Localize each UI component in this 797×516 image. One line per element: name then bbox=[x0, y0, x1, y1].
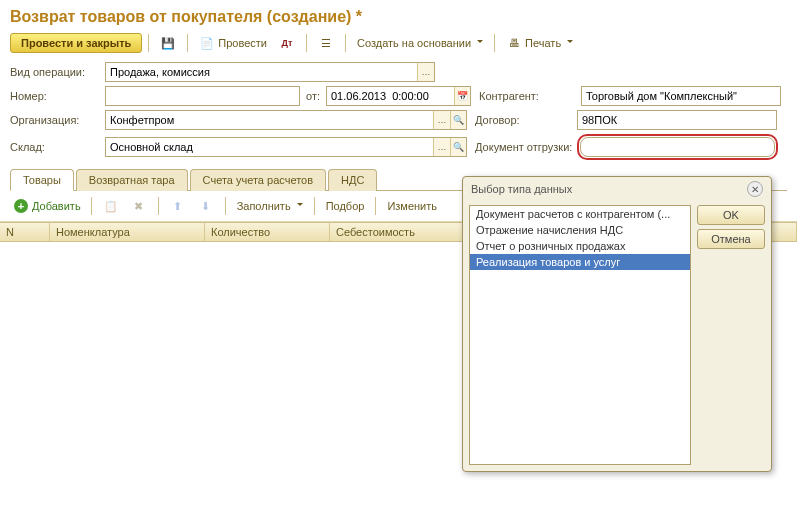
main-toolbar: Провести и закрыть 💾 📄Провести Дт ☰ Созд… bbox=[0, 32, 797, 62]
counterparty-input[interactable] bbox=[582, 87, 780, 105]
fill-label: Заполнить bbox=[237, 200, 291, 212]
warehouse-input[interactable] bbox=[106, 138, 433, 156]
warehouse-label: Склад: bbox=[10, 141, 105, 153]
shipment-doc-highlight bbox=[577, 134, 778, 160]
col-nomenclature[interactable]: Номенклатура bbox=[50, 223, 205, 241]
contract-field[interactable] bbox=[577, 110, 777, 130]
dialog-item-1[interactable]: Отражение начисления НДС bbox=[470, 222, 690, 238]
op-type-field[interactable]: … bbox=[105, 62, 435, 82]
calendar-button[interactable]: 📅 bbox=[454, 87, 470, 105]
number-field[interactable] bbox=[105, 86, 300, 106]
printer-icon: 🖶 bbox=[506, 35, 522, 51]
copy-button[interactable]: 📋 bbox=[98, 195, 124, 217]
separator bbox=[187, 34, 188, 52]
separator bbox=[306, 34, 307, 52]
change-label: Изменить bbox=[387, 200, 437, 212]
org-input[interactable] bbox=[106, 111, 433, 129]
page-title: Возврат товаров от покупателя (создание)… bbox=[0, 0, 797, 32]
change-button[interactable]: Изменить bbox=[382, 197, 442, 215]
dialog-item-3[interactable]: Реализация товаров и услуг bbox=[470, 254, 690, 270]
submit-label: Провести bbox=[218, 37, 267, 49]
submit-button[interactable]: 📄Провести bbox=[194, 32, 272, 54]
separator bbox=[148, 34, 149, 52]
shipment-doc-field[interactable] bbox=[580, 137, 775, 157]
date-field[interactable]: 📅 bbox=[326, 86, 471, 106]
submit-icon: 📄 bbox=[199, 35, 215, 51]
copy-icon: 📋 bbox=[103, 198, 119, 214]
separator bbox=[314, 197, 315, 215]
delete-button[interactable]: ✖ bbox=[126, 195, 152, 217]
separator bbox=[494, 34, 495, 52]
arrow-up-icon: ⬆ bbox=[170, 198, 186, 214]
separator bbox=[158, 197, 159, 215]
lookup-button[interactable]: 🔍 bbox=[450, 138, 466, 156]
dialog-close-button[interactable]: ✕ bbox=[747, 181, 763, 197]
ellipsis-button[interactable]: … bbox=[417, 63, 434, 81]
shipment-doc-label: Документ отгрузки: bbox=[467, 141, 577, 153]
form-area: Вид операции: … Номер: от: 📅 Контрагент:… bbox=[0, 62, 797, 160]
lookup-button[interactable]: 🔍 bbox=[450, 111, 466, 129]
tab-accounts[interactable]: Счета учета расчетов bbox=[190, 169, 326, 191]
create-based-label: Создать на основании bbox=[357, 37, 471, 49]
from-label: от: bbox=[306, 90, 320, 102]
warehouse-field[interactable]: … 🔍 bbox=[105, 137, 467, 157]
ellipsis-button[interactable]: … bbox=[433, 138, 449, 156]
tree-icon: ☰ bbox=[318, 35, 334, 51]
op-type-label: Вид операции: bbox=[10, 66, 105, 78]
col-n[interactable]: N bbox=[0, 223, 50, 241]
close-icon: ✕ bbox=[751, 184, 759, 195]
op-type-input[interactable] bbox=[106, 63, 417, 81]
number-label: Номер: bbox=[10, 90, 105, 102]
contract-input[interactable] bbox=[578, 111, 776, 129]
separator bbox=[375, 197, 376, 215]
dt-kt-button[interactable]: Дт bbox=[274, 32, 300, 54]
delete-icon: ✖ bbox=[131, 198, 147, 214]
tab-goods[interactable]: Товары bbox=[10, 169, 74, 191]
org-label: Организация: bbox=[10, 114, 105, 126]
save-button[interactable]: 💾 bbox=[155, 32, 181, 54]
structure-button[interactable]: ☰ bbox=[313, 32, 339, 54]
counterparty-label: Контрагент: bbox=[471, 90, 581, 102]
dialog-titlebar[interactable]: Выбор типа данных ✕ bbox=[463, 177, 771, 201]
dialog-ok-button[interactable]: OK bbox=[697, 205, 765, 225]
dialog-item-0[interactable]: Документ расчетов с контрагентом (... bbox=[470, 206, 690, 222]
move-down-button[interactable]: ⬇ bbox=[193, 195, 219, 217]
add-label: Добавить bbox=[32, 200, 81, 212]
counterparty-field[interactable] bbox=[581, 86, 781, 106]
contract-label: Договор: bbox=[467, 114, 577, 126]
tab-returnable[interactable]: Возвратная тара bbox=[76, 169, 188, 191]
dtkt-icon: Дт bbox=[279, 35, 295, 51]
floppy-icon: 💾 bbox=[160, 35, 176, 51]
select-label: Подбор bbox=[326, 200, 365, 212]
move-up-button[interactable]: ⬆ bbox=[165, 195, 191, 217]
date-input[interactable] bbox=[327, 87, 454, 105]
dialog-cancel-button[interactable]: Отмена bbox=[697, 229, 765, 249]
separator bbox=[225, 197, 226, 215]
col-qty[interactable]: Количество bbox=[205, 223, 330, 241]
select-button[interactable]: Подбор bbox=[321, 197, 370, 215]
separator bbox=[91, 197, 92, 215]
ellipsis-button[interactable]: … bbox=[433, 111, 449, 129]
fill-button[interactable]: Заполнить bbox=[232, 197, 308, 215]
submit-close-button[interactable]: Провести и закрыть bbox=[10, 33, 142, 53]
dialog-title: Выбор типа данных bbox=[471, 183, 572, 195]
plus-icon: + bbox=[14, 199, 28, 213]
number-input[interactable] bbox=[106, 87, 299, 105]
add-button[interactable]: + Добавить bbox=[10, 197, 85, 215]
tab-vat[interactable]: НДС bbox=[328, 169, 377, 191]
shipment-doc-input[interactable] bbox=[581, 138, 774, 156]
print-button[interactable]: 🖶Печать bbox=[501, 32, 578, 54]
arrow-down-icon: ⬇ bbox=[198, 198, 214, 214]
create-based-button[interactable]: Создать на основании bbox=[352, 34, 488, 52]
org-field[interactable]: … 🔍 bbox=[105, 110, 467, 130]
print-label: Печать bbox=[525, 37, 561, 49]
type-select-dialog: Выбор типа данных ✕ Документ расчетов с … bbox=[462, 176, 772, 472]
dialog-list[interactable]: Документ расчетов с контрагентом (... От… bbox=[469, 205, 691, 465]
separator bbox=[345, 34, 346, 52]
dialog-item-2[interactable]: Отчет о розничных продажах bbox=[470, 238, 690, 254]
